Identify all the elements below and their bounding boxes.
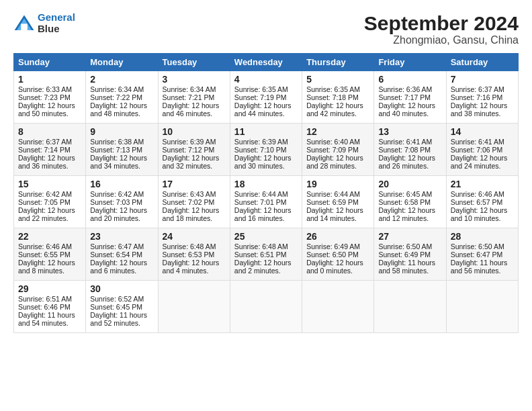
calendar-row: 8Sunrise: 6:37 AMSunset: 7:14 PMDaylight… [14, 124, 519, 176]
table-row: 1Sunrise: 6:33 AMSunset: 7:23 PMDaylight… [14, 71, 86, 124]
day-number: 1 [18, 74, 81, 85]
table-row [302, 281, 374, 333]
sunset-label: Sunset: 7:05 PM [18, 198, 71, 206]
col-monday: Monday [86, 54, 158, 71]
day-number: 2 [90, 74, 153, 85]
sunrise-label: Sunrise: 6:33 AM [18, 85, 72, 93]
day-number: 18 [234, 179, 298, 189]
table-row [446, 281, 518, 333]
day-number: 15 [18, 179, 81, 189]
day-number: 28 [451, 231, 514, 242]
sunset-label: Sunset: 6:57 PM [451, 198, 503, 206]
daylight-label: Daylight: 11 hours and 52 minutes. [90, 311, 147, 327]
logo-icon [13, 14, 35, 33]
sunset-label: Sunset: 7:14 PM [18, 146, 71, 154]
sunrise-label: Sunrise: 6:39 AM [234, 138, 288, 146]
table-row: 9Sunrise: 6:38 AMSunset: 7:13 PMDaylight… [86, 124, 158, 176]
table-row: 2Sunrise: 6:34 AMSunset: 7:22 PMDaylight… [86, 71, 158, 124]
daylight-label: Daylight: 12 hours and 6 minutes. [90, 259, 147, 275]
daylight-label: Daylight: 12 hours and 10 minutes. [451, 206, 508, 222]
header-row: Sunday Monday Tuesday Wednesday Thursday… [14, 54, 519, 71]
day-number: 21 [451, 179, 514, 189]
sunset-label: Sunset: 7:06 PM [451, 146, 503, 154]
table-row: 28Sunrise: 6:50 AMSunset: 6:47 PMDayligh… [446, 228, 518, 281]
sunrise-label: Sunrise: 6:39 AM [163, 138, 216, 146]
sunset-label: Sunset: 7:03 PM [90, 198, 142, 206]
col-friday: Friday [374, 54, 446, 71]
table-row: 26Sunrise: 6:49 AMSunset: 6:50 PMDayligh… [302, 228, 374, 281]
header: General Blue September 2024 Zhongmiao, G… [13, 12, 519, 46]
sunset-label: Sunset: 6:58 PM [378, 198, 431, 206]
table-row: 7Sunrise: 6:37 AMSunset: 7:16 PMDaylight… [446, 71, 518, 124]
logo-line2: Blue [38, 24, 75, 35]
table-row: 8Sunrise: 6:37 AMSunset: 7:14 PMDaylight… [14, 124, 86, 176]
sunrise-label: Sunrise: 6:49 AM [306, 242, 360, 250]
sunset-label: Sunset: 7:10 PM [234, 146, 287, 154]
daylight-label: Daylight: 12 hours and 18 minutes. [163, 206, 220, 222]
day-number: 13 [378, 126, 441, 137]
table-row: 11Sunrise: 6:39 AMSunset: 7:10 PMDayligh… [230, 124, 302, 176]
daylight-label: Daylight: 12 hours and 34 minutes. [90, 154, 147, 170]
calendar-row: 1Sunrise: 6:33 AMSunset: 7:23 PMDaylight… [14, 71, 519, 124]
day-number: 6 [378, 74, 441, 85]
table-row: 19Sunrise: 6:44 AMSunset: 6:59 PMDayligh… [302, 176, 374, 228]
sunrise-label: Sunrise: 6:44 AM [234, 190, 288, 198]
table-row: 20Sunrise: 6:45 AMSunset: 6:58 PMDayligh… [374, 176, 446, 228]
daylight-label: Daylight: 12 hours and 24 minutes. [451, 154, 508, 170]
table-row: 27Sunrise: 6:50 AMSunset: 6:49 PMDayligh… [374, 228, 446, 281]
table-row: 5Sunrise: 6:35 AMSunset: 7:18 PMDaylight… [302, 71, 374, 124]
daylight-label: Daylight: 12 hours and 8 minutes. [18, 259, 75, 275]
sunset-label: Sunset: 6:54 PM [90, 250, 142, 259]
daylight-label: Daylight: 12 hours and 26 minutes. [378, 154, 435, 170]
sunrise-label: Sunrise: 6:42 AM [90, 190, 144, 198]
daylight-label: Daylight: 12 hours and 4 minutes. [163, 259, 220, 275]
day-number: 3 [163, 74, 226, 85]
sunrise-label: Sunrise: 6:52 AM [90, 295, 144, 303]
sunset-label: Sunset: 6:50 PM [306, 250, 359, 259]
day-number: 30 [90, 283, 153, 294]
daylight-label: Daylight: 11 hours and 54 minutes. [18, 311, 75, 327]
daylight-label: Daylight: 12 hours and 16 minutes. [234, 206, 292, 222]
sunrise-label: Sunrise: 6:46 AM [451, 190, 504, 198]
sunset-label: Sunset: 7:21 PM [163, 93, 215, 101]
daylight-label: Daylight: 12 hours and 20 minutes. [90, 206, 147, 222]
day-number: 19 [306, 179, 369, 189]
sunset-label: Sunset: 7:22 PM [90, 93, 142, 101]
logo-text: General Blue [38, 12, 75, 34]
table-row: 22Sunrise: 6:46 AMSunset: 6:55 PMDayligh… [14, 228, 86, 281]
sunrise-label: Sunrise: 6:35 AM [306, 85, 360, 93]
logo: General Blue [13, 12, 75, 34]
sunset-label: Sunset: 7:23 PM [18, 93, 71, 101]
daylight-label: Daylight: 11 hours and 58 minutes. [378, 259, 435, 275]
sunrise-label: Sunrise: 6:48 AM [234, 242, 288, 250]
calendar-table: Sunday Monday Tuesday Wednesday Thursday… [13, 53, 519, 333]
sunset-label: Sunset: 6:51 PM [234, 250, 287, 259]
table-row: 21Sunrise: 6:46 AMSunset: 6:57 PMDayligh… [446, 176, 518, 228]
day-number: 12 [306, 126, 369, 137]
sunset-label: Sunset: 7:13 PM [90, 146, 142, 154]
day-number: 14 [451, 126, 514, 137]
day-number: 17 [163, 179, 226, 189]
daylight-label: Daylight: 12 hours and 0 minutes. [306, 259, 363, 275]
sunset-label: Sunset: 7:12 PM [163, 146, 215, 154]
sunset-label: Sunset: 7:08 PM [378, 146, 431, 154]
table-row: 25Sunrise: 6:48 AMSunset: 6:51 PMDayligh… [230, 228, 302, 281]
table-row [230, 281, 302, 333]
table-row: 12Sunrise: 6:40 AMSunset: 7:09 PMDayligh… [302, 124, 374, 176]
table-row: 14Sunrise: 6:41 AMSunset: 7:06 PMDayligh… [446, 124, 518, 176]
page-title: September 2024 [364, 12, 519, 34]
col-sunday: Sunday [14, 54, 86, 71]
daylight-label: Daylight: 12 hours and 12 minutes. [378, 206, 435, 222]
day-number: 11 [234, 126, 298, 137]
daylight-label: Daylight: 12 hours and 14 minutes. [306, 206, 363, 222]
sunrise-label: Sunrise: 6:43 AM [163, 190, 216, 198]
day-number: 10 [163, 126, 226, 137]
sunset-label: Sunset: 6:46 PM [18, 303, 71, 311]
day-number: 8 [18, 126, 81, 137]
table-row [374, 281, 446, 333]
sunrise-label: Sunrise: 6:46 AM [18, 242, 72, 250]
daylight-label: Daylight: 12 hours and 28 minutes. [306, 154, 363, 170]
day-number: 26 [306, 231, 369, 242]
sunrise-label: Sunrise: 6:48 AM [163, 242, 216, 250]
day-number: 23 [90, 231, 153, 242]
